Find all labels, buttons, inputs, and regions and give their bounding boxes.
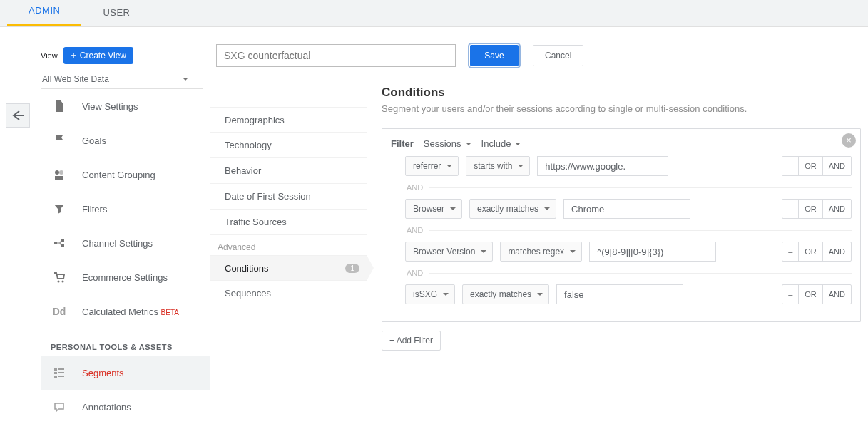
svg-rect-10 [54, 376, 57, 378]
tab-admin[interactable]: ADMIN [7, 0, 81, 26]
segment-name-input[interactable] [216, 44, 456, 67]
nav-channel-settings[interactable]: Channel Settings [41, 226, 210, 260]
and-toggle[interactable]: AND [823, 200, 851, 218]
cat-traffic-sources[interactable]: Traffic Sources [210, 210, 367, 235]
cat-behavior[interactable]: Behavior [210, 158, 367, 184]
or-toggle[interactable]: OR [799, 157, 823, 175]
caret-down-icon [537, 293, 543, 296]
nav-label: Segments [82, 368, 124, 378]
caret-down-icon [466, 143, 471, 145]
segments-icon [52, 367, 66, 378]
and-toggle[interactable]: AND [823, 285, 851, 304]
cat-conditions[interactable]: Conditions 1 [210, 255, 367, 281]
nav-label: Channel Settings [82, 238, 153, 249]
view-label: View [41, 51, 58, 60]
remove-row[interactable]: – [782, 242, 799, 261]
dimension-select[interactable]: referrer [405, 156, 459, 176]
nav-label: Content Grouping [82, 170, 155, 180]
svg-point-1 [59, 170, 63, 175]
operator-select[interactable]: exactly matches [462, 284, 549, 304]
cat-technology[interactable]: Technology [210, 133, 367, 158]
operator-select[interactable]: starts with [466, 156, 530, 176]
people-icon [52, 169, 66, 180]
or-toggle[interactable]: OR [799, 285, 823, 304]
dimension-select[interactable]: isSXG [405, 284, 455, 304]
and-separator: AND [407, 183, 423, 192]
tab-user[interactable]: USER [81, 0, 151, 26]
cart-icon [52, 272, 66, 283]
caret-down-icon [544, 207, 550, 210]
value-input[interactable] [556, 284, 683, 304]
or-toggle[interactable]: OR [799, 200, 823, 218]
and-toggle[interactable]: AND [823, 242, 851, 261]
svg-rect-5 [61, 244, 64, 247]
and-separator: AND [407, 269, 423, 277]
filter-block: × Filter Sessions Include referrer start… [382, 128, 861, 322]
nav-calculated-metrics[interactable]: Dd Calculated Metrics BETA [41, 294, 210, 329]
dimension-select[interactable]: Browser Version [405, 242, 493, 262]
caret-down-icon [518, 165, 524, 167]
cat-date-first-session[interactable]: Date of First Session [210, 184, 367, 210]
caret-down-icon [450, 207, 456, 210]
caret-down-icon [443, 293, 449, 296]
remove-row[interactable]: – [782, 157, 799, 175]
or-toggle[interactable]: OR [799, 242, 823, 261]
dataset-select[interactable]: All Web Site Data [41, 70, 203, 89]
create-view-label: Create View [80, 51, 126, 61]
beta-tag: BETA [161, 309, 179, 316]
caret-down-icon [481, 250, 486, 253]
nav-label: Goals [82, 135, 106, 146]
conditions-count-badge: 1 [345, 264, 359, 273]
nav-label: Calculated Metrics BETA [82, 306, 179, 317]
channels-icon [52, 237, 66, 249]
plus-icon: + [71, 50, 76, 61]
cat-conditions-label: Conditions [225, 263, 268, 274]
dataset-label: All Web Site Data [42, 74, 109, 84]
back-button[interactable] [6, 103, 30, 128]
and-separator: AND [407, 226, 423, 234]
advanced-header: Advanced [210, 235, 367, 255]
and-toggle[interactable]: AND [823, 157, 851, 175]
add-filter-button[interactable]: + Add Filter [382, 331, 441, 351]
nav-label: Annotations [82, 402, 131, 413]
row-logic: – OR AND [782, 284, 852, 304]
caret-down-icon [183, 78, 188, 81]
caret-down-icon [446, 165, 452, 167]
nav-filters[interactable]: Filters [41, 192, 210, 226]
svg-rect-3 [54, 242, 57, 244]
cat-demographics[interactable]: Demographics [210, 107, 367, 133]
nav-annotations[interactable]: Annotations [41, 390, 210, 424]
include-dropdown[interactable]: Include [481, 138, 521, 149]
row-logic: – OR AND [782, 242, 852, 262]
value-input[interactable] [537, 156, 668, 176]
nav-segments[interactable]: Segments [41, 356, 210, 390]
cancel-button[interactable]: Cancel [533, 45, 583, 66]
conditions-subtitle: Segment your users and/or their sessions… [382, 103, 861, 114]
svg-rect-4 [61, 239, 64, 242]
svg-point-6 [58, 281, 60, 283]
value-input[interactable] [563, 199, 690, 219]
save-button[interactable]: Save [470, 45, 519, 66]
comment-icon [52, 401, 66, 413]
close-filter-button[interactable]: × [842, 133, 856, 148]
remove-row[interactable]: – [782, 285, 799, 304]
nav-label: Filters [82, 204, 107, 214]
remove-row[interactable]: – [782, 200, 799, 218]
nav-label: Ecommerce Settings [82, 272, 168, 283]
dd-icon: Dd [52, 306, 66, 317]
svg-rect-9 [54, 372, 57, 374]
nav-view-settings[interactable]: View Settings [41, 89, 210, 123]
value-input[interactable] [589, 242, 716, 262]
operator-select[interactable]: exactly matches [469, 199, 556, 219]
create-view-button[interactable]: + Create View [63, 47, 133, 64]
arrow-left-icon [11, 110, 25, 121]
nav-goals[interactable]: Goals [41, 123, 210, 157]
sessions-dropdown[interactable]: Sessions [424, 138, 471, 149]
svg-point-0 [55, 170, 59, 175]
flag-icon [52, 134, 66, 147]
operator-select[interactable]: matches regex [500, 242, 582, 262]
nav-content-grouping[interactable]: Content Grouping [41, 157, 210, 192]
nav-ecommerce-settings[interactable]: Ecommerce Settings [41, 260, 210, 294]
cat-sequences[interactable]: Sequences [210, 281, 367, 306]
dimension-select[interactable]: Browser [405, 199, 462, 219]
